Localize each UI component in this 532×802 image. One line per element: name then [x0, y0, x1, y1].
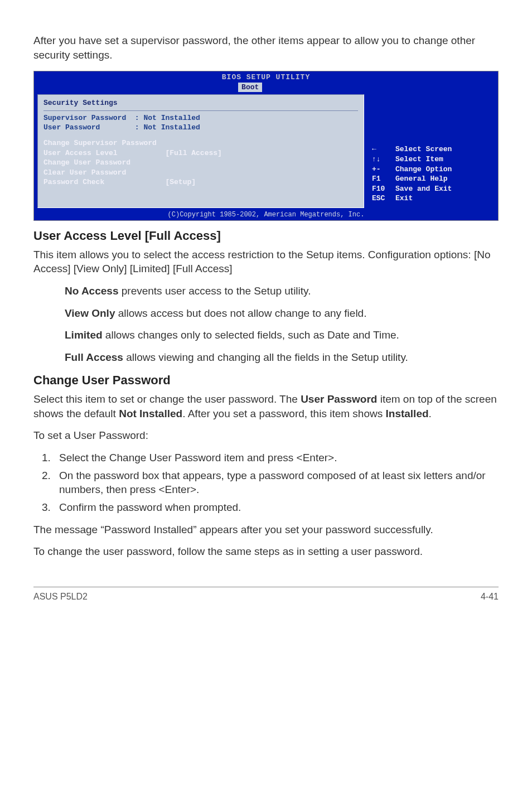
change-user-password-heading: Change User Password: [33, 372, 499, 389]
help-select-screen: ←Select Screen: [372, 144, 489, 154]
bios-left-pane: Security Settings Supervisor Password : …: [37, 94, 364, 207]
arrow-updown-icon: ↑↓: [372, 154, 390, 165]
arrow-left-icon: ←: [372, 144, 390, 154]
password-check-row: Password Check [Setup]: [43, 177, 358, 187]
intro-text: After you have set a supervisor password…: [33, 33, 499, 62]
cup-para1: Select this item to set or change the us…: [33, 392, 499, 421]
user-access-level-row: User Access Level [Full Access]: [43, 148, 358, 158]
footer-left: ASUS P5LD2: [33, 591, 88, 603]
footer-divider: [33, 587, 499, 587]
cup-para2: To set a User Password:: [33, 428, 499, 443]
step-3: Confirm the password when prompted.: [54, 500, 499, 515]
user-access-level-heading: User Access Level [Full Access]: [33, 228, 499, 244]
help-general-help: F1General Help: [372, 174, 489, 184]
set-password-steps: Select the Change User Password item and…: [54, 451, 499, 515]
bios-title: BIOS SETUP UTILITY: [34, 71, 498, 83]
supervisor-password-row: Supervisor Password : Not Installed: [43, 113, 358, 123]
cup-para3: The message “Password Installed” appears…: [33, 523, 499, 537]
footer-right: 4-41: [481, 591, 499, 603]
opt-limited: Limited allows changes only to selected …: [65, 328, 499, 342]
step-2: On the password box that appears, type a…: [54, 468, 499, 497]
help-change-option: +-Change Option: [372, 165, 489, 175]
user-password-row: User Password : Not Installed: [43, 123, 358, 133]
ual-description: This item allows you to select the acces…: [33, 248, 499, 276]
bios-tab-boot: Boot: [238, 83, 262, 93]
change-user-password: Change User Password: [43, 158, 358, 168]
help-select-item: ↑↓Select Item: [372, 154, 489, 165]
help-exit: ESCExit: [372, 194, 489, 204]
cup-para4: To change the user password, follow the …: [33, 544, 499, 559]
security-settings-heading: Security Settings: [43, 98, 358, 108]
opt-view-only: View Only allows access but does not all…: [65, 306, 499, 321]
opt-full-access: Full Access allows viewing and changing …: [65, 350, 499, 365]
bios-help-pane: ←Select Screen ↑↓Select Item +-Change Op…: [366, 94, 495, 207]
bios-screenshot: BIOS SETUP UTILITY Boot Security Setting…: [33, 71, 499, 221]
help-save-exit: F10Save and Exit: [372, 184, 489, 194]
step-1: Select the Change User Password item and…: [54, 451, 499, 465]
divider: [43, 110, 358, 111]
bios-copyright: (C)Copyright 1985-2002, American Megatre…: [34, 210, 498, 220]
change-supervisor-password: Change Supervisor Password: [43, 138, 358, 148]
opt-no-access: No Access prevents user access to the Se…: [65, 284, 499, 298]
clear-user-password: Clear User Password: [43, 168, 358, 178]
